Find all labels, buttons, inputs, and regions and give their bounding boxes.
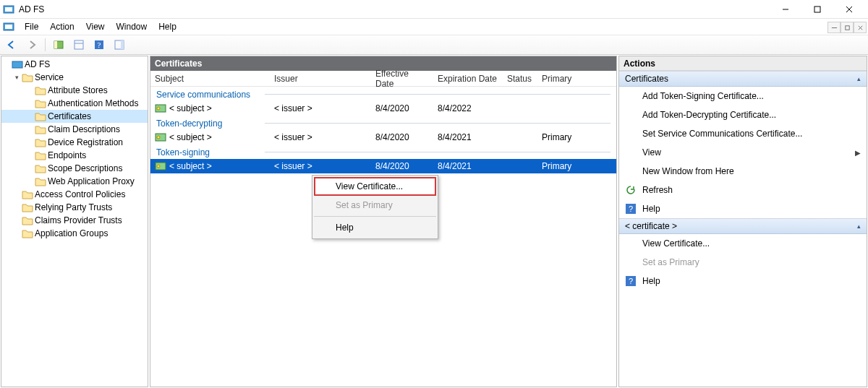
mdi-restore-button[interactable] bbox=[841, 22, 854, 33]
tree-node-access-control-policies[interactable]: Access Control Policies bbox=[1, 188, 148, 201]
action-set-as-primary: Set as Primary bbox=[619, 253, 867, 272]
svg-rect-14 bbox=[75, 40, 83, 49]
menu-window[interactable]: Window bbox=[111, 20, 153, 33]
collapse-icon: ▴ bbox=[857, 223, 861, 230]
actions-title: Actions bbox=[624, 59, 655, 69]
tree-node-application-groups[interactable]: Application Groups bbox=[1, 227, 148, 240]
tree-node-relying-party-trusts[interactable]: Relying Party Trusts bbox=[1, 201, 148, 214]
tree-label: Service bbox=[35, 72, 64, 82]
certificate-row[interactable]: < subject >< issuer >8/4/20208/4/2021Pri… bbox=[150, 130, 616, 145]
cell-effective: 8/4/2020 bbox=[371, 103, 433, 113]
blank-icon bbox=[625, 165, 637, 177]
action-view-submenu[interactable]: View ▶ bbox=[619, 143, 867, 162]
blank-icon bbox=[625, 256, 637, 268]
tree-label: Attribute Stores bbox=[48, 85, 108, 95]
certificate-group-service-communications: Service communications bbox=[150, 87, 616, 101]
certificate-row[interactable]: < subject >< issuer >8/4/20208/4/2021Pri… bbox=[150, 159, 616, 173]
toolbar-show-hide-tree-button[interactable] bbox=[50, 37, 67, 53]
actions-pane: Actions Certificates ▴ Add Token-Signing… bbox=[618, 56, 867, 387]
actions-section-certificates[interactable]: Certificates ▴ bbox=[619, 71, 867, 87]
toolbar-help-button[interactable]: ? bbox=[90, 37, 108, 53]
folder-icon bbox=[22, 228, 33, 238]
nav-forward-button[interactable] bbox=[23, 37, 41, 53]
cell-issuer: < issuer > bbox=[270, 103, 371, 113]
tree-node-scope-descriptions[interactable]: Scope Descriptions bbox=[1, 162, 148, 175]
action-help-selected[interactable]: ? Help bbox=[619, 272, 867, 290]
mdi-minimize-button[interactable] bbox=[827, 22, 841, 33]
actions-pane-header: Actions bbox=[619, 56, 867, 71]
column-headers[interactable]: Subject Issuer Effective Date Expiration… bbox=[150, 71, 616, 87]
tree-label: Access Control Policies bbox=[35, 189, 125, 199]
column-header-primary[interactable]: Primary bbox=[537, 74, 581, 84]
tree-node-claim-descriptions[interactable]: Claim Descriptions bbox=[1, 123, 148, 136]
context-menu-help[interactable]: Help bbox=[314, 218, 436, 237]
tree-label: Device Registration bbox=[48, 137, 123, 147]
adfs-app-icon bbox=[3, 4, 14, 15]
window-title: AD FS bbox=[19, 4, 44, 14]
tree-node-service[interactable]: ▾ Service bbox=[1, 71, 148, 84]
toolbar-properties-button[interactable] bbox=[70, 37, 88, 53]
context-menu-view-certificate[interactable]: View Certificate... bbox=[314, 177, 436, 196]
tree-root-adfs[interactable]: AD FS bbox=[1, 58, 148, 71]
tree-label: Scope Descriptions bbox=[48, 163, 122, 173]
column-header-status[interactable]: Status bbox=[503, 74, 537, 84]
svg-rect-3 bbox=[814, 7, 820, 12]
column-header-subject[interactable]: Subject bbox=[150, 74, 270, 84]
mdi-window-controls bbox=[827, 22, 867, 33]
folder-icon bbox=[35, 163, 46, 173]
actions-section-selected[interactable]: < certificate > ▴ bbox=[619, 218, 867, 234]
tree-node-attribute-stores[interactable]: Attribute Stores bbox=[1, 84, 148, 97]
nav-back-button[interactable] bbox=[3, 37, 20, 53]
action-label: Help bbox=[642, 204, 660, 214]
column-header-expiration[interactable]: Expiration Date bbox=[433, 74, 503, 84]
column-header-issuer[interactable]: Issuer bbox=[270, 74, 371, 84]
svg-rect-1 bbox=[5, 7, 12, 12]
action-label: Set as Primary bbox=[642, 257, 699, 267]
certificate-row[interactable]: < subject >< issuer >8/4/20208/4/2022 bbox=[150, 101, 616, 116]
action-refresh[interactable]: Refresh bbox=[619, 181, 867, 199]
blank-icon bbox=[625, 128, 637, 139]
folder-icon bbox=[22, 189, 33, 199]
menu-view[interactable]: View bbox=[80, 20, 111, 33]
action-add-token-decrypting[interactable]: Add Token-Decrypting Certificate... bbox=[619, 105, 867, 124]
action-set-service-communications[interactable]: Set Service Communications Certificate..… bbox=[619, 124, 867, 143]
column-header-effective[interactable]: Effective Date bbox=[371, 69, 433, 89]
menu-help[interactable]: Help bbox=[153, 20, 182, 33]
tree-node-authentication-methods[interactable]: Authentication Methods bbox=[1, 97, 148, 110]
action-new-window[interactable]: New Window from Here bbox=[619, 162, 867, 181]
tree-node-endpoints[interactable]: Endpoints bbox=[1, 149, 148, 162]
menu-action[interactable]: Action bbox=[44, 20, 80, 33]
toolbar-show-hide-action-pane-button[interactable] bbox=[111, 37, 128, 53]
window-maximize-button[interactable] bbox=[801, 0, 833, 19]
toolbar-separator bbox=[45, 38, 46, 51]
cell-primary: Primary bbox=[537, 161, 581, 171]
group-label: Token-signing bbox=[156, 147, 214, 158]
blank-icon bbox=[625, 90, 637, 102]
tree-node-claims-provider-trusts[interactable]: Claims Provider Trusts bbox=[1, 214, 148, 227]
cell-issuer: < issuer > bbox=[270, 132, 371, 142]
tree-node-web-application-proxy[interactable]: Web Application Proxy bbox=[1, 175, 148, 188]
window-minimize-button[interactable] bbox=[770, 0, 801, 19]
action-label: Help bbox=[642, 276, 660, 286]
adfs-root-icon bbox=[12, 59, 23, 69]
context-menu[interactable]: View Certificate... Set as Primary Help bbox=[312, 175, 438, 239]
tree-label: Claim Descriptions bbox=[48, 124, 120, 134]
tree-node-device-registration[interactable]: Device Registration bbox=[1, 136, 148, 149]
action-help[interactable]: ? Help bbox=[619, 199, 867, 218]
tree[interactable]: AD FS ▾ Service Attribute StoresAuthenti… bbox=[1, 56, 148, 241]
collapse-icon: ▴ bbox=[857, 75, 861, 82]
folder-icon bbox=[35, 98, 46, 108]
tree-expanded-icon[interactable]: ▾ bbox=[13, 74, 20, 81]
context-menu-label: Help bbox=[336, 223, 354, 233]
menu-file[interactable]: File bbox=[19, 20, 44, 33]
mdi-close-button[interactable] bbox=[854, 22, 867, 33]
tree-node-certificates[interactable]: Certificates bbox=[1, 110, 148, 123]
window-close-button[interactable] bbox=[833, 0, 865, 19]
folder-icon bbox=[35, 137, 46, 147]
svg-point-26 bbox=[157, 165, 160, 168]
adfs-menu-icon bbox=[3, 21, 14, 33]
action-add-token-signing[interactable]: Add Token-Signing Certificate... bbox=[619, 87, 867, 105]
action-view-certificate[interactable]: View Certificate... bbox=[619, 234, 867, 253]
tree-label: Application Groups bbox=[35, 228, 108, 238]
svg-rect-9 bbox=[845, 25, 848, 29]
